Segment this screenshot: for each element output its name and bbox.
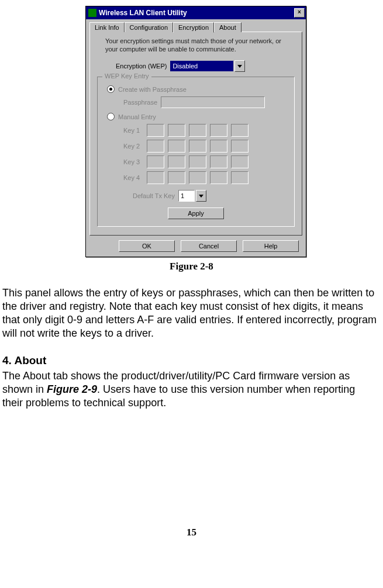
tab-configuration[interactable]: Configuration [125, 22, 173, 32]
key1-cell-5[interactable] [231, 124, 249, 137]
ok-button[interactable]: OK [119, 240, 175, 252]
key3-cell-1[interactable] [147, 155, 164, 168]
key2-cell-1[interactable] [147, 140, 164, 153]
key2-label: Key 2 [123, 143, 147, 150]
figure-reference: Figure 2-9 [47, 383, 97, 395]
default-tx-key-value: 1 [181, 192, 184, 199]
heading-about: 4. About [2, 354, 383, 367]
window-title: Wireless LAN Client Utility [99, 9, 294, 17]
default-tx-key-select[interactable]: 1 [178, 190, 195, 202]
key2-cell-4[interactable] [210, 140, 227, 153]
apply-label: Apply [188, 210, 204, 217]
app-icon [88, 9, 96, 17]
key1-cell-1[interactable] [147, 124, 164, 137]
key4-cell-5[interactable] [231, 171, 249, 184]
key1-cell-4[interactable] [210, 124, 227, 137]
key2-cell-5[interactable] [231, 140, 249, 153]
tab-link-info[interactable]: Link Info [89, 22, 125, 32]
help-label: Help [264, 243, 278, 250]
tab-label: Configuration [130, 24, 168, 31]
key3-cell-3[interactable] [189, 155, 206, 168]
figure-caption: Figure 2-8 [0, 261, 383, 272]
tab-label: About [219, 24, 236, 31]
encryption-value: Disabled [172, 63, 198, 70]
key4-cell-4[interactable] [210, 171, 227, 184]
encryption-panel: Your encryption settings must match thos… [89, 32, 302, 236]
passphrase-field[interactable] [161, 96, 265, 108]
titlebar: Wireless LAN Client Utility × [86, 6, 306, 19]
panel-message: Your encryption settings must match thos… [96, 37, 296, 58]
dropdown-button[interactable] [234, 60, 245, 72]
key3-cell-5[interactable] [231, 155, 249, 168]
tab-strip: Link Info Configuration Encryption About [89, 22, 302, 32]
radio-passphrase[interactable] [107, 85, 115, 93]
help-button[interactable]: Help [243, 240, 299, 252]
cancel-button[interactable]: Cancel [181, 240, 237, 252]
tab-label: Encryption [178, 24, 209, 31]
page-number: 15 [0, 527, 383, 538]
wep-key-entry-group: WEP Key Entry Create with Passphrase Pas… [97, 77, 295, 227]
key4-cell-3[interactable] [189, 171, 206, 184]
key-grid: Key 1 Key 2 [123, 124, 288, 184]
key4-cell-2[interactable] [168, 171, 185, 184]
cancel-label: Cancel [199, 243, 219, 250]
radio-manual[interactable] [107, 113, 115, 120]
key2-cell-3[interactable] [189, 140, 206, 153]
paragraph-2: The About tab shows the product/driver/u… [2, 369, 378, 410]
paragraph-1: This panel allows the entry of keys or p… [2, 286, 378, 340]
apply-button[interactable]: Apply [168, 207, 224, 219]
tab-about[interactable]: About [214, 22, 241, 32]
key1-cell-2[interactable] [168, 124, 185, 137]
group-legend: WEP Key Entry [102, 72, 151, 79]
passphrase-label: Passphrase [123, 99, 157, 106]
tab-label: Link Info [95, 24, 119, 31]
radio-passphrase-label: Create with Passphrase [118, 86, 187, 93]
key1-label: Key 1 [123, 127, 147, 134]
key3-label: Key 3 [123, 158, 147, 165]
dropdown-button[interactable] [196, 190, 206, 202]
close-icon[interactable]: × [294, 8, 305, 18]
chevron-down-icon [237, 65, 242, 68]
key1-cell-3[interactable] [189, 124, 206, 137]
radio-manual-label: Manual Entry [118, 113, 156, 120]
chevron-down-icon [199, 195, 203, 198]
ok-label: OK [142, 243, 151, 250]
default-tx-key-label: Default Tx Key [133, 192, 175, 199]
encryption-label: Encryption (WEP) [116, 63, 167, 70]
tab-encryption[interactable]: Encryption [173, 22, 214, 33]
key3-cell-2[interactable] [168, 155, 185, 168]
encryption-select[interactable]: Disabled [170, 61, 233, 71]
key4-label: Key 4 [123, 174, 147, 181]
key2-cell-2[interactable] [168, 140, 185, 153]
key4-cell-1[interactable] [147, 171, 164, 184]
wlan-dialog: Wireless LAN Client Utility × Link Info … [85, 6, 306, 257]
key3-cell-4[interactable] [210, 155, 227, 168]
